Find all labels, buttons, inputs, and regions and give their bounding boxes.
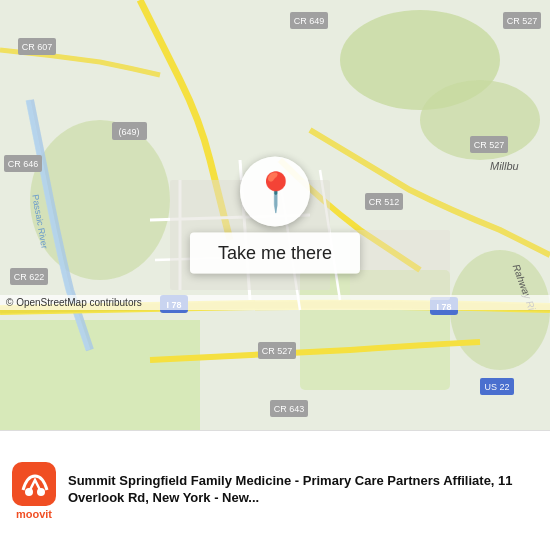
svg-text:US 22: US 22 xyxy=(484,382,509,392)
attribution-bar: © OpenStreetMap contributors xyxy=(0,295,550,310)
svg-text:CR 649: CR 649 xyxy=(294,16,325,26)
location-title: Summit Springfield Family Medicine - Pri… xyxy=(68,473,538,507)
svg-text:CR 643: CR 643 xyxy=(274,404,305,414)
moovit-icon xyxy=(12,462,56,506)
location-pin-icon: 📍 xyxy=(252,173,299,211)
map-container: I 78 I 78 (649) CR 527 CR 512 CR 527 CR … xyxy=(0,0,550,430)
map-pin-container: 📍 xyxy=(240,157,310,227)
svg-text:CR 607: CR 607 xyxy=(22,42,53,52)
take-me-there-button[interactable]: Take me there xyxy=(190,233,360,274)
svg-rect-37 xyxy=(350,230,450,300)
svg-text:CR 646: CR 646 xyxy=(8,159,39,169)
svg-text:CR 527: CR 527 xyxy=(474,140,505,150)
svg-text:Millbu: Millbu xyxy=(490,160,519,172)
location-info: Summit Springfield Family Medicine - Pri… xyxy=(68,473,538,509)
svg-text:CR 512: CR 512 xyxy=(369,197,400,207)
attribution-text: © OpenStreetMap contributors xyxy=(6,297,142,308)
svg-rect-5 xyxy=(0,320,200,430)
svg-text:(649): (649) xyxy=(118,127,139,137)
svg-text:CR 527: CR 527 xyxy=(507,16,538,26)
button-overlay: 📍 Take me there xyxy=(190,157,360,274)
svg-text:CR 527: CR 527 xyxy=(262,346,293,356)
info-panel: moovit Summit Springfield Family Medicin… xyxy=(0,430,550,550)
moovit-logo: moovit xyxy=(12,462,56,520)
moovit-brand-text: moovit xyxy=(16,508,52,520)
svg-text:CR 622: CR 622 xyxy=(14,272,45,282)
